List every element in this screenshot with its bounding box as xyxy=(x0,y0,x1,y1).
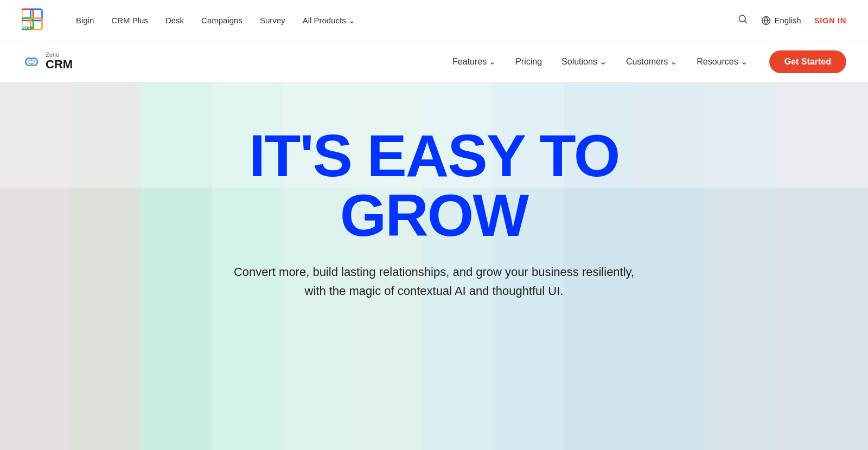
get-started-button[interactable]: Get Started xyxy=(769,50,846,73)
secondary-nav: Zoho CRM Features ⌄ Pricing Solutions ⌄ … xyxy=(0,41,868,82)
sign-in-button[interactable]: SIGN IN xyxy=(814,16,846,25)
nav-survey[interactable]: Survey xyxy=(260,16,285,25)
top-bar-right: English SIGN IN xyxy=(737,14,846,27)
all-products-button[interactable]: All Products ⌄ xyxy=(303,16,355,25)
top-nav: Bigin CRM Plus Desk Campaigns Survey All… xyxy=(76,16,737,25)
nav-customers[interactable]: Customers ⌄ xyxy=(626,56,677,67)
chevron-down-icon: ⌄ xyxy=(741,56,748,67)
hero-subtext: Convert more, build lasting relationship… xyxy=(234,262,634,300)
nav-resources[interactable]: Resources ⌄ xyxy=(697,56,747,67)
hero-section: IT'S EASY TO GROW Convert more, build la… xyxy=(0,82,868,450)
nav-campaigns[interactable]: Campaigns xyxy=(201,16,242,25)
zoho-logo[interactable]: ZOHO xyxy=(22,8,54,33)
hero-content: IT'S EASY TO GROW Convert more, build la… xyxy=(234,126,634,326)
nav-bigin[interactable]: Bigin xyxy=(76,16,94,25)
nav-solutions[interactable]: Solutions ⌄ xyxy=(561,56,607,67)
top-bar: ZOHO Bigin CRM Plus Desk Campaigns Surve… xyxy=(0,0,868,41)
chevron-down-icon: ⌄ xyxy=(670,56,677,67)
crm-logo[interactable]: Zoho CRM xyxy=(22,52,73,71)
svg-text:ZOHO: ZOHO xyxy=(23,25,35,30)
hero-headline: IT'S EASY TO GROW xyxy=(234,126,634,245)
nav-crm-plus[interactable]: CRM Plus xyxy=(111,16,148,25)
nav-pricing[interactable]: Pricing xyxy=(515,57,542,67)
svg-line-6 xyxy=(745,21,747,23)
language-button[interactable]: English xyxy=(761,16,801,25)
chevron-down-icon: ⌄ xyxy=(348,16,355,25)
nav-features[interactable]: Features ⌄ xyxy=(452,56,496,67)
sec-nav: Features ⌄ Pricing Solutions ⌄ Customers… xyxy=(452,56,748,67)
chevron-down-icon: ⌄ xyxy=(599,56,607,67)
crm-logo-text: Zoho CRM xyxy=(46,52,73,71)
chevron-down-icon: ⌄ xyxy=(489,56,496,67)
nav-desk[interactable]: Desk xyxy=(165,16,184,25)
search-button[interactable] xyxy=(737,14,748,27)
svg-point-5 xyxy=(739,15,746,22)
